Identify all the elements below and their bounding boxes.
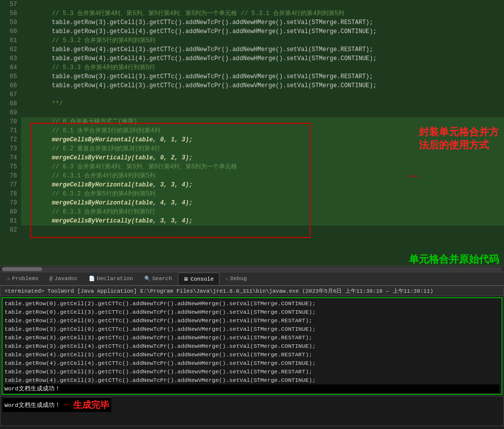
console-line: table.getRow(3).getCell(0).getCTTc().add… bbox=[5, 325, 499, 333]
line-content: // 6.3.3 合并第4列的第4行到第5行 bbox=[21, 207, 155, 217]
console-line: table.getRow(4).getCell(3).getCTTc().add… bbox=[5, 350, 499, 359]
line-content: // 5.3.2 合并第5行的第4列到第5列 bbox=[21, 36, 155, 45]
line-content bbox=[21, 0, 23, 9]
line-content: // 6.2 垂直合并第1列的第3行到第4行 bbox=[21, 144, 160, 153]
code-line: 75 // 6.3 合并第4行第4列、第5列、第5行第4列、第5列为一个单元格 bbox=[0, 162, 504, 171]
tab-icon: @ bbox=[50, 276, 53, 282]
line-content: // 6.1 水平合并第1行的第2列到第4列 bbox=[21, 126, 160, 135]
line-number: 72 bbox=[0, 135, 21, 144]
success-text: Word文档生成成功！ bbox=[5, 401, 61, 409]
line-content: // 5.3.3 合并第4列的第4行到第5行 bbox=[21, 63, 155, 72]
right-annotation: 封装单元格合并方法后的使用方式 bbox=[419, 125, 499, 151]
code-line: 63 table.getRow(4).getCell(4).getCTTc().… bbox=[0, 54, 504, 63]
code-line: 77 mergeCellsByHorizontal(table, 3, 3, 4… bbox=[0, 180, 504, 189]
console-line: table.getRow(3).getCell(4).getCTTc().add… bbox=[5, 342, 499, 350]
code-line: 81 mergeCellsByVertically(table, 3, 3, 4… bbox=[0, 217, 504, 226]
code-line: 57 bbox=[0, 0, 504, 9]
line-content: table.getRow(4).getCell(3).getCTTc().add… bbox=[21, 81, 377, 90]
code-line: 61 // 5.3.2 合并第5行的第4列到第5列 bbox=[0, 36, 504, 45]
line-content: // 6.3.2 合并第5行的第4列到第5列 bbox=[21, 189, 155, 198]
line-content: mergeCellsByVertically(table, 3, 3, 4); bbox=[21, 217, 192, 226]
line-number: 76 bbox=[0, 171, 21, 180]
line-content: // 6.3 合并第4行第4列、第5列、第5行第4列、第5列为一个单元格 bbox=[21, 162, 237, 171]
tab-label: Debug bbox=[230, 276, 247, 282]
success-arrow-icon: ← bbox=[65, 400, 70, 409]
code-line: 69 bbox=[0, 108, 504, 117]
success-annotation: 生成完毕 bbox=[73, 399, 109, 411]
line-content: // 6.3.1 合并第4行的第4列到第5列 bbox=[21, 171, 155, 180]
code-editor: 5758 // 5.3 合并第4行第4列、第5列、第5行第4列、第5列为一个单元… bbox=[0, 0, 504, 266]
code-line: 80 // 6.3.3 合并第4列的第4行到第5行 bbox=[0, 207, 504, 217]
line-number: 70 bbox=[0, 117, 21, 126]
line-number: 59 bbox=[0, 18, 21, 27]
code-line: 68 **/ bbox=[0, 99, 504, 108]
code-line: 59 table.getRow(3).getCell(3).getCTTc().… bbox=[0, 18, 504, 27]
console-line: table.getRow(2).getCell(0).getCTTc().add… bbox=[5, 316, 499, 325]
tab-console[interactable]: 🖥Console bbox=[178, 273, 219, 285]
code-line: 62 table.getRow(4).getCell(3).getCTTc().… bbox=[0, 45, 504, 54]
console-success-line: Word文档生成成功！ bbox=[5, 384, 499, 393]
line-number: 57 bbox=[0, 0, 21, 9]
bottom-right-annotation: 单元格合并原始代码 bbox=[409, 253, 499, 266]
code-line: 82 bbox=[0, 226, 504, 235]
console-line: table.getRow(4).getCell(3).getCTTc().add… bbox=[5, 376, 499, 384]
line-content: // 6.合并单元格方式二(推荐) bbox=[21, 117, 137, 126]
line-number: 80 bbox=[0, 207, 21, 217]
code-line: 67 bbox=[0, 90, 504, 99]
line-content: // 5.3 合并第4行第4列、第5列、第5行第4列、第5列为一个单元格 // … bbox=[21, 9, 344, 18]
tab-label: Declaration bbox=[97, 276, 133, 282]
line-number: 60 bbox=[0, 27, 21, 36]
tab-bar: ⚠Problems@Javadoc📄Declaration🔍Search🖥Con… bbox=[0, 272, 504, 286]
line-content bbox=[21, 90, 23, 99]
line-number: 71 bbox=[0, 126, 21, 135]
code-line: 64 // 5.3.3 合并第4列的第4行到第5行 bbox=[0, 63, 504, 72]
code-line: 60 table.getRow(3).getCell(4).getCTTc().… bbox=[0, 27, 504, 36]
line-number: 63 bbox=[0, 54, 21, 63]
tab-javadoc[interactable]: @Javadoc bbox=[45, 273, 83, 285]
console-content[interactable]: table.getRow(0).getCell(2).getCTTc().add… bbox=[3, 298, 501, 394]
tab-label: Search bbox=[152, 276, 172, 282]
tab-label: Console bbox=[190, 276, 213, 282]
line-number: 58 bbox=[0, 9, 21, 18]
line-number: 79 bbox=[0, 198, 21, 207]
editor-scrollbar[interactable] bbox=[0, 266, 504, 272]
code-line: 76 // 6.3.1 合并第4行的第4列到第5列 bbox=[0, 171, 504, 180]
scrollbar-thumb[interactable] bbox=[2, 267, 42, 271]
tab-icon: 🖥 bbox=[183, 276, 188, 282]
annotation-arrow: ← bbox=[409, 168, 418, 184]
line-number: 82 bbox=[0, 226, 21, 235]
line-number: 78 bbox=[0, 189, 21, 198]
console-line: table.getRow(3).getCell(3).getCTTc().add… bbox=[5, 367, 499, 376]
line-number: 75 bbox=[0, 162, 21, 171]
console-header: <terminated> ToolWord [Java Application]… bbox=[1, 286, 503, 296]
line-number: 67 bbox=[0, 90, 21, 99]
tab-icon: ☆ bbox=[225, 276, 228, 282]
line-content: mergeCellsByHorizontal(table, 0, 1, 3); bbox=[21, 135, 192, 144]
tab-declaration[interactable]: 📄Declaration bbox=[84, 273, 138, 285]
line-content: table.getRow(3).getCell(3).getCTTc().add… bbox=[21, 72, 373, 81]
line-content: mergeCellsByVertically(table, 0, 2, 3); bbox=[21, 153, 192, 162]
tab-problems[interactable]: ⚠Problems bbox=[2, 273, 44, 285]
line-content: table.getRow(4).getCell(4).getCTTc().add… bbox=[21, 54, 377, 63]
line-content bbox=[21, 226, 23, 235]
console-line: table.getRow(4).getCell(4).getCTTc().add… bbox=[5, 359, 499, 367]
code-line: 74 mergeCellsByVertically(table, 0, 2, 3… bbox=[0, 153, 504, 162]
code-line: 65 table.getRow(3).getCell(3).getCTTc().… bbox=[0, 72, 504, 81]
line-number: 69 bbox=[0, 108, 21, 117]
line-number: 61 bbox=[0, 36, 21, 45]
tab-search[interactable]: 🔍Search bbox=[139, 273, 177, 285]
console-line: table.getRow(3).getCell(3).getCTTc().add… bbox=[5, 333, 499, 342]
tab-debug[interactable]: ☆Debug bbox=[220, 273, 252, 285]
line-content: table.getRow(3).getCell(3).getCTTc().add… bbox=[21, 18, 373, 27]
line-content: **/ bbox=[21, 99, 63, 108]
tab-label: Javadoc bbox=[55, 276, 78, 282]
line-number: 62 bbox=[0, 45, 21, 54]
code-line: 79 mergeCellsByHorizontal(table, 4, 3, 4… bbox=[0, 198, 504, 207]
tab-icon: 🔍 bbox=[144, 276, 150, 282]
scrollbar-track[interactable] bbox=[2, 267, 502, 271]
line-number: 73 bbox=[0, 144, 21, 153]
code-line: 78 // 6.3.2 合并第5行的第4列到第5列 bbox=[0, 189, 504, 198]
line-content: mergeCellsByHorizontal(table, 4, 3, 4); bbox=[21, 198, 192, 207]
code-line: 58 // 5.3 合并第4行第4列、第5列、第5行第4列、第5列为一个单元格 … bbox=[0, 9, 504, 18]
line-content bbox=[21, 108, 23, 117]
